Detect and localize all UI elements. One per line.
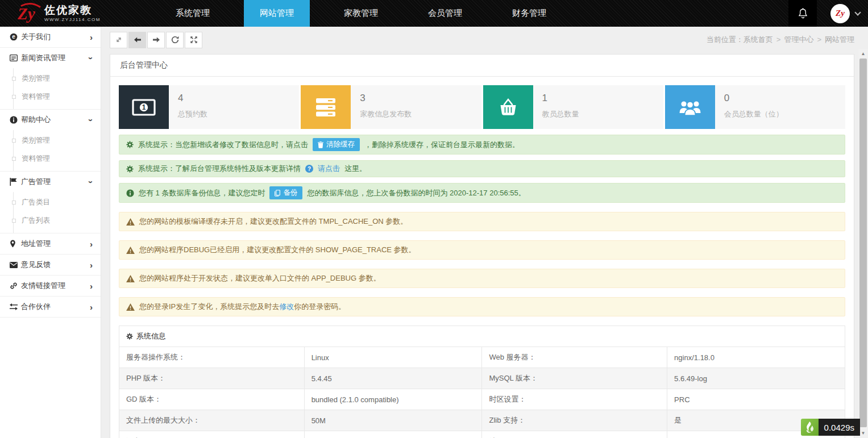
alert-app-debug: 您的网站程序处于开发状态，建议更改单入口文件的 APP_DEBUG 参数。 xyxy=(119,269,845,288)
stat-value: 1 xyxy=(542,93,579,104)
svg-text:e: e xyxy=(12,34,15,40)
money-icon: 1 xyxy=(119,85,169,129)
forward-button[interactable] xyxy=(147,32,165,48)
breadcrumb-home[interactable]: 系统首页 xyxy=(744,35,773,44)
version-details-link[interactable]: 请点击 xyxy=(318,164,340,174)
stat-label: 总预约数 xyxy=(178,109,207,119)
notifications-button[interactable] xyxy=(788,0,817,27)
stat-value: 0 xyxy=(724,93,783,104)
chevron-down-icon xyxy=(87,181,95,183)
trash-icon xyxy=(318,141,323,148)
sidebar-item-address[interactable]: 地址管理 xyxy=(0,233,101,254)
exec-time: 0.0429s xyxy=(819,419,860,436)
server-icon xyxy=(301,85,351,129)
map-marker-icon xyxy=(10,240,21,248)
nav-item-finance[interactable]: 财务管理 xyxy=(496,0,562,27)
sidebar-subitem-help-category[interactable]: 类别管理 xyxy=(14,131,101,149)
back-icon xyxy=(134,36,142,44)
warning-icon xyxy=(126,275,135,282)
scrollbar-thumb[interactable] xyxy=(859,59,867,427)
sidebar-subitem-help-material[interactable]: 资料管理 xyxy=(14,149,101,168)
alert-page-trace: 您的网站程序DEBUG已经启用，建议更改配置文件的 SHOW_PAGE_TRAC… xyxy=(119,240,845,260)
table-row: 语言： ZH-CN 编码： UTF-8 xyxy=(119,431,845,438)
refresh-button[interactable] xyxy=(166,32,184,48)
main-content: 当前位置：系统首页>管理中心>网站管理 后台管理中心 1 4 总预约数 xyxy=(101,27,858,438)
sidebar-item-about[interactable]: e 关于我们 xyxy=(0,27,101,47)
chevron-right-icon xyxy=(90,240,93,248)
stat-value: 4 xyxy=(178,93,207,104)
sidebar-subitem-ad-list[interactable]: 广告列表 xyxy=(14,211,101,230)
resize-button[interactable] xyxy=(110,32,127,48)
system-info-title: 系统信息 xyxy=(136,331,166,341)
trace-badge[interactable]: 0.0429s xyxy=(801,419,860,436)
nav-item-tutoring[interactable]: 家教管理 xyxy=(328,0,394,27)
sidebar-item-ads[interactable]: 广告管理 xyxy=(0,172,101,192)
flag-icon xyxy=(10,178,21,186)
nav-item-website[interactable]: 网站管理 xyxy=(244,0,310,27)
chevron-right-icon xyxy=(90,261,93,269)
alert-login-ip: 您的登录IP发生了变化，系统提示您及时去修改你的登录密码。 xyxy=(119,297,845,316)
stat-card-tutor-posts: 3 家教信息发布数 xyxy=(301,85,481,129)
table-row: 服务器操作系统： Linux Web 服务器： nginx/1.18.0 xyxy=(119,347,845,368)
breadcrumb-prefix: 当前位置： xyxy=(707,35,744,44)
info-circle-icon xyxy=(126,189,134,197)
basket-icon xyxy=(483,85,533,129)
scroll-up-arrow-icon[interactable]: ▲ xyxy=(858,49,868,57)
top-navbar: Zy 佐优家教 WWW.ZYJJ114.COM 系统管理 网站管理 家教管理 会… xyxy=(0,0,868,27)
nav-item-members[interactable]: 会员管理 xyxy=(412,0,478,27)
breadcrumb-admin-center[interactable]: 管理中心 xyxy=(784,35,813,44)
sidebar-subitem-news-category[interactable]: 类别管理 xyxy=(14,69,101,87)
exchange-icon xyxy=(10,303,21,310)
user-menu[interactable]: Zy xyxy=(817,4,868,23)
frame-toolbar xyxy=(110,32,203,48)
brand-logo-icon: Zy xyxy=(17,2,43,25)
sidebar-item-news[interactable]: 新闻资讯管理 xyxy=(0,48,101,68)
alert-clear-cache: 系统提示：当您新增或者修改了数据信息时，请点击 清除缓存 ，删除掉系统缓存，保证… xyxy=(119,135,845,155)
fullscreen-button[interactable] xyxy=(185,32,202,48)
warning-icon xyxy=(126,247,135,254)
chevron-down-icon xyxy=(87,119,95,122)
sidebar-item-help[interactable]: 帮助中心 xyxy=(0,110,101,130)
comment-icon: e xyxy=(10,33,21,41)
gear-icon xyxy=(126,333,133,340)
copy-icon xyxy=(275,190,280,197)
svg-text:1: 1 xyxy=(142,103,146,111)
sidebar-item-links[interactable]: 友情链接管理 xyxy=(0,276,101,296)
users-icon xyxy=(665,85,715,129)
envelope-icon xyxy=(10,262,21,268)
sidebar-subitem-news-material[interactable]: 资料管理 xyxy=(14,87,101,106)
table-row: GD 版本： bundled (2.1.0 compatible) 时区设置： … xyxy=(119,389,845,410)
warning-icon xyxy=(126,218,135,226)
refresh-icon xyxy=(171,36,179,44)
sidebar-item-feedback[interactable]: 意见反馈 xyxy=(0,255,101,275)
link-icon xyxy=(10,282,21,290)
breadcrumb-current[interactable]: 网站管理 xyxy=(825,35,854,44)
alert-version-info: 系统提示：了解后台管理系统特性及版本更新详情 ? 请点击 这里。 xyxy=(119,160,845,177)
brand-logo[interactable]: Zy 佐优家教 WWW.ZYJJ114.COM xyxy=(0,0,151,27)
table-row: PHP 版本： 5.4.45 MySQL 版本： 5.6.49-log xyxy=(119,368,845,389)
breadcrumb: 当前位置：系统首页>管理中心>网站管理 xyxy=(707,35,854,45)
sidebar-item-partners[interactable]: 合作伙伴 xyxy=(0,297,101,317)
question-icon: ? xyxy=(305,165,313,173)
vertical-scrollbar[interactable]: ▲ ▼ xyxy=(858,49,868,438)
gear-icon xyxy=(126,141,134,148)
clear-cache-button[interactable]: 清除缓存 xyxy=(313,138,360,151)
brand-url: WWW.ZYJJ114.COM xyxy=(44,18,101,23)
system-info-table: 系统信息 服务器操作系统： Linux Web 服务器： nginx/1.18.… xyxy=(119,326,845,438)
user-avatar: Zy xyxy=(830,4,850,23)
thinkphp-logo-icon xyxy=(801,419,819,436)
change-password-link[interactable]: 修改 xyxy=(279,302,294,311)
stat-label: 家教信息发布数 xyxy=(360,109,412,119)
nav-item-system[interactable]: 系统管理 xyxy=(160,0,226,27)
stat-card-members: 0 会员总数量（位） xyxy=(665,85,845,129)
gear-icon xyxy=(126,165,134,173)
table-row: 文件上传的最大大小： 50M Zlib 支持： 是 xyxy=(119,410,845,431)
backup-button[interactable]: 备份 xyxy=(269,186,302,199)
alert-tmpl-cache: 您的网站的模板编译缓存未开启，建议更改配置文件的 TMPL_CACHE_ON 参… xyxy=(119,212,845,231)
fullscreen-icon xyxy=(190,36,198,44)
brand-name: 佐优家教 xyxy=(44,5,101,16)
chevron-down-icon xyxy=(87,57,95,60)
back-button[interactable] xyxy=(128,32,146,48)
stat-card-appointments: 1 4 总预约数 xyxy=(119,85,299,129)
sidebar-subitem-ad-category[interactable]: 广告类目 xyxy=(14,193,101,211)
